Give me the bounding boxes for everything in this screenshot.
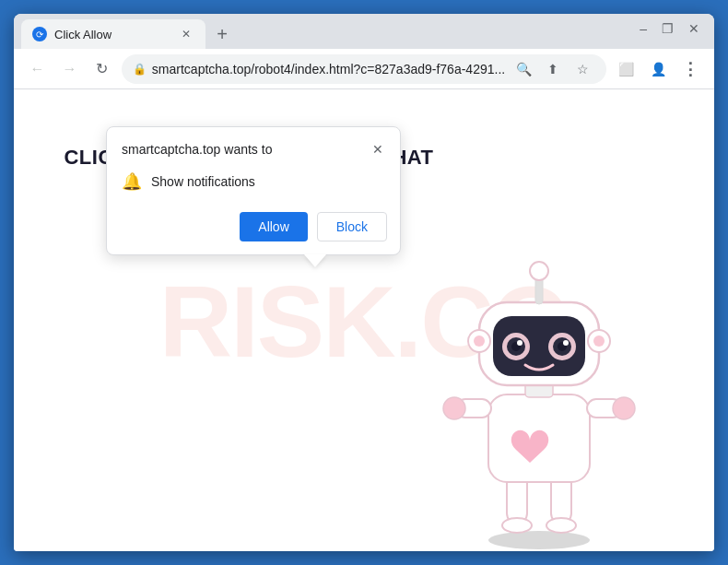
notification-row: 🔔 Show notifications [107, 166, 400, 205]
url-text: smartcaptcha.top/robot4/index.html?c=827… [152, 62, 505, 77]
popup-close-button[interactable]: ✕ [369, 140, 387, 159]
page-content: RISK.CO smartcaptcha.top wants to ✕ 🔔 Sh… [14, 89, 714, 551]
notification-popup: smartcaptcha.top wants to ✕ 🔔 Show notif… [106, 126, 401, 255]
search-icon[interactable]: 🔍 [511, 56, 536, 82]
forward-button[interactable]: → [57, 56, 82, 82]
close-icon: ✕ [372, 142, 383, 157]
svg-point-3 [502, 518, 532, 533]
close-button[interactable]: ✕ [688, 21, 699, 36]
block-button[interactable]: Block [317, 212, 387, 241]
svg-point-0 [488, 531, 590, 549]
tab-title: Click Allow [54, 28, 170, 41]
svg-point-22 [530, 262, 548, 280]
active-tab[interactable]: Click Allow ✕ [21, 19, 205, 49]
popup-title: smartcaptcha.top wants to [122, 142, 272, 157]
robot-svg [438, 238, 640, 551]
popup-actions: Allow Block [107, 205, 400, 254]
share-icon[interactable]: ⬆ [540, 56, 566, 82]
allow-button[interactable]: Allow [240, 212, 307, 241]
url-actions: 🔍 ⬆ ☆ [511, 56, 595, 82]
svg-point-4 [546, 518, 576, 533]
notification-label: Show notifications [151, 174, 255, 189]
svg-point-26 [474, 335, 485, 347]
tab-favicon [32, 27, 47, 41]
svg-point-9 [613, 397, 635, 419]
svg-point-25 [593, 335, 605, 347]
extensions-icon[interactable]: ⬜ [614, 56, 639, 82]
tab-bar: Click Allow ✕ + [14, 14, 714, 49]
minimize-button[interactable]: – [640, 21, 647, 36]
window-controls: – ❐ ✕ [640, 21, 699, 36]
restore-button[interactable]: ❐ [662, 21, 674, 36]
bubble-header: smartcaptcha.top wants to ✕ [107, 127, 400, 166]
bookmark-icon[interactable]: ☆ [569, 56, 595, 82]
browser-window: Click Allow ✕ + – ❐ ✕ ← → ↻ 🔒 smartcaptc… [14, 14, 714, 551]
bell-icon: 🔔 [122, 171, 142, 192]
new-tab-button[interactable]: + [209, 21, 235, 47]
refresh-button[interactable]: ↻ [89, 56, 114, 82]
svg-point-19 [517, 340, 523, 346]
robot-image [419, 201, 659, 551]
lock-icon: 🔒 [133, 63, 147, 76]
svg-point-20 [563, 340, 569, 346]
url-box[interactable]: 🔒 smartcaptcha.top/robot4/index.html?c=8… [122, 54, 606, 84]
tab-bar-wrapper: Click Allow ✕ + – ❐ ✕ [14, 14, 714, 49]
menu-button[interactable]: ⋮ [678, 56, 703, 82]
profile-icon[interactable]: 👤 [646, 56, 671, 82]
svg-point-8 [443, 397, 465, 419]
back-button[interactable]: ← [25, 56, 50, 82]
address-bar: ← → ↻ 🔒 smartcaptcha.top/robot4/index.ht… [14, 49, 714, 89]
tab-close-button[interactable]: ✕ [178, 26, 194, 42]
